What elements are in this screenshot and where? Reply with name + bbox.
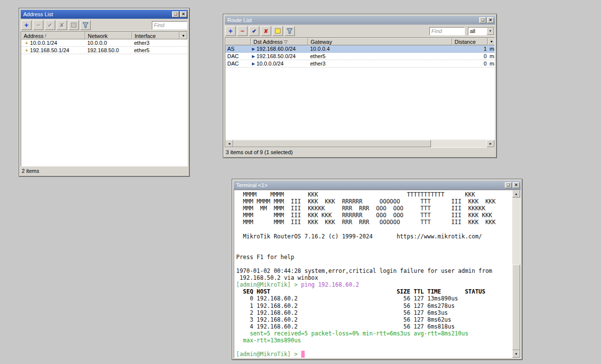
window-title: Address List: [23, 11, 171, 17]
address-list-table: Address / Network Interface ▼ +10.0.0.1/…: [21, 32, 188, 166]
address-value: 192.168.50.1/24: [30, 47, 70, 53]
terminal-line: 0 192.168.60.2 56 127 13ms890us: [236, 295, 510, 302]
distance-value: 0: [452, 60, 488, 67]
column-header-network[interactable]: Network: [85, 32, 132, 39]
terminal-line: 1970-01-02 00:44:28 system,error,critica…: [236, 267, 510, 274]
maximize-button[interactable]: ❏: [479, 17, 486, 23]
address-list-toolbar: + − ✔ ✘: [21, 19, 188, 32]
disable-button[interactable]: ✘: [57, 20, 67, 30]
terminal-line: 3 192.168.60.2 56 127 8ms62us: [236, 316, 510, 323]
check-icon: ✔: [252, 29, 256, 34]
address-row[interactable]: +10.0.0.1/2410.0.0.0ether3: [21, 39, 187, 47]
routing-table-value: ma: [488, 53, 495, 60]
route-row[interactable]: AS▶192.168.60.0/2410.0.0.41ma: [225, 45, 495, 53]
enable-button[interactable]: ✔: [45, 20, 55, 30]
column-header-flags[interactable]: [225, 38, 251, 45]
cross-icon: ✘: [60, 23, 64, 28]
route-row[interactable]: DAC▶192.168.50.0/24ether50ma: [225, 53, 495, 60]
address-list-status: 2 items: [21, 166, 188, 175]
column-header-address[interactable]: Address /: [21, 32, 85, 39]
scroll-down-button[interactable]: ▼: [512, 350, 520, 358]
distance-value: 1: [452, 45, 488, 52]
terminal-line: MMM MMM III KKK KKK RRR RRR OOOOOO TTT I…: [236, 219, 510, 226]
interface-value: ether3: [132, 39, 187, 46]
dst-address-value: 192.168.50.0/24: [256, 53, 296, 59]
scroll-left-button[interactable]: ◄: [225, 140, 233, 147]
maximize-button[interactable]: ❏: [505, 182, 512, 188]
filter-button[interactable]: [284, 26, 295, 36]
terminal-line: 2 192.168.60.2 56 127 6ms3us: [236, 309, 510, 316]
dst-address-cell: ▶10.0.0.0/24: [251, 60, 308, 67]
scroll-up-button[interactable]: ▲: [512, 190, 520, 198]
filter-button[interactable]: [80, 20, 91, 30]
terminal-line: 4 192.168.60.2 56 127 6ms818us: [236, 323, 510, 330]
disable-button[interactable]: ✘: [261, 26, 271, 36]
terminal-screen[interactable]: MMMM MMMM KKK TTTTTTTTTTT KKK MMM MMMM M…: [234, 190, 521, 358]
column-header-distance[interactable]: Distance: [452, 38, 488, 45]
table-filter-dropdown[interactable]: all ▼: [468, 27, 495, 35]
route-flags: AS: [225, 45, 251, 52]
column-header-interface[interactable]: Interface: [132, 32, 179, 39]
add-button[interactable]: +: [225, 26, 236, 36]
sort-icon: ▽: [284, 39, 287, 44]
dst-address-value: 192.168.60.0/24: [256, 46, 296, 52]
interface-value: ether5: [132, 47, 187, 54]
terminal-titlebar[interactable]: Terminal <1> ❏ ×: [234, 181, 521, 190]
remove-button[interactable]: −: [33, 20, 43, 30]
dst-address-value: 10.0.0.0/24: [256, 61, 283, 66]
minus-icon: −: [36, 22, 40, 29]
add-button[interactable]: +: [21, 20, 32, 30]
scrollbar-track[interactable]: [233, 140, 487, 147]
column-header-dst-address[interactable]: Dst Address ▽: [251, 38, 308, 45]
check-icon: ✔: [48, 23, 52, 28]
gateway-value: ether5: [308, 53, 452, 60]
comment-button[interactable]: [273, 26, 283, 36]
remove-button[interactable]: −: [237, 26, 247, 36]
scrollbar-thumb[interactable]: [233, 140, 431, 147]
find-input[interactable]: [152, 21, 187, 30]
vertical-scrollbar[interactable]: ▲ ▼: [512, 190, 520, 358]
find-input[interactable]: [429, 27, 465, 35]
route-icon: ▶: [252, 47, 255, 51]
column-label: Dst Address: [253, 39, 283, 45]
column-label: Interface: [135, 33, 156, 39]
column-select-button[interactable]: ▼: [488, 38, 495, 45]
address-list-rows: +10.0.0.1/2410.0.0.0ether3+192.168.50.1/…: [21, 39, 187, 54]
address-icon: +: [25, 48, 28, 53]
column-label: Address: [24, 33, 43, 39]
terminal-line: MMM MMM III KKK KKK RRRRRR OOO OOO TTT I…: [236, 212, 510, 219]
close-button[interactable]: ×: [513, 182, 520, 188]
column-label: Distance: [455, 39, 476, 45]
route-icon: ▶: [252, 62, 255, 66]
route-row[interactable]: DAC▶10.0.0.0/24ether30ma: [225, 60, 495, 67]
close-button[interactable]: ×: [487, 17, 494, 23]
scrollbar-track[interactable]: [512, 198, 520, 350]
column-header-gateway[interactable]: Gateway: [308, 38, 452, 45]
scrollbar-thumb[interactable]: [512, 265, 520, 350]
column-select-button[interactable]: ▼: [179, 32, 187, 39]
close-button[interactable]: ×: [180, 11, 187, 17]
horizontal-scrollbar[interactable]: ◄ ►: [225, 139, 495, 147]
gateway-value: 10.0.0.4: [308, 45, 452, 52]
chevron-down-icon: ▼: [182, 34, 185, 37]
terminal-line: [236, 261, 510, 267]
routing-table-value: ma: [488, 60, 495, 67]
filter-icon: [82, 22, 89, 28]
terminal-line: SEQ HOST SIZE TTL TIME STATUS: [236, 288, 510, 295]
route-list-table: Dst Address ▽ Gateway Distance ▼ AS▶192.…: [225, 37, 495, 148]
chevron-down-icon: ▼: [490, 40, 494, 43]
address-list-titlebar[interactable]: Address List ❏ ×: [21, 10, 188, 19]
address-row[interactable]: +192.168.50.1/24192.168.50.0ether5: [21, 47, 187, 54]
route-list-titlebar[interactable]: Route List ❏ ×: [225, 16, 495, 25]
scroll-right-button[interactable]: ►: [487, 140, 495, 147]
sort-ascending-icon: /: [45, 33, 46, 38]
maximize-button[interactable]: ❏: [172, 11, 179, 17]
terminal-line: 192.168.50.2 via winbox: [236, 274, 510, 281]
comment-button[interactable]: [69, 20, 79, 30]
minus-icon: −: [240, 28, 244, 34]
comment-icon: [275, 29, 281, 33]
enable-button[interactable]: ✔: [249, 26, 259, 36]
terminal-line: MMM MMMM MMM III KKK KKK RRRRRR OOOOOO T…: [236, 198, 510, 205]
terminal-line: sent=5 received=5 packet-loss=0% min-rtt…: [236, 330, 510, 337]
comment-icon: [71, 23, 76, 28]
